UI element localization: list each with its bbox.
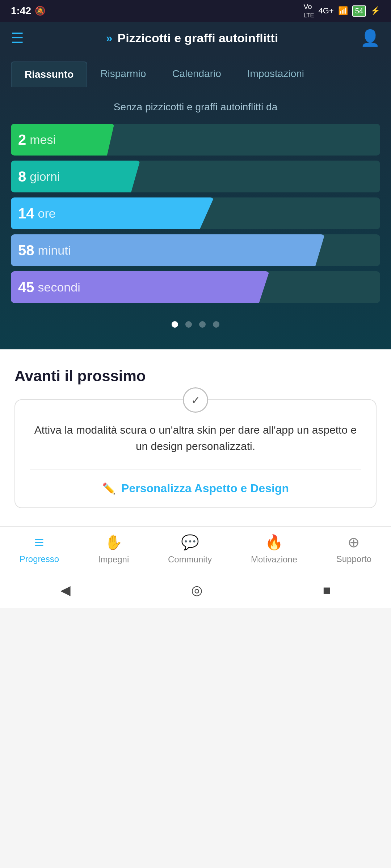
tab-riassunto[interactable]: Riassunto <box>11 61 87 87</box>
chevrons-icon: » <box>106 31 113 45</box>
home-button[interactable]: ◎ <box>191 583 202 598</box>
app-title-container: » Pizzicotti e graffi autoinflitti <box>106 31 278 45</box>
bar-label-minutes: minuti <box>38 243 71 258</box>
menu-icon[interactable]: ☰ <box>11 30 24 46</box>
motivazione-label: Motivazione <box>251 554 297 565</box>
timer-bar-months: 2 mesi <box>11 124 380 156</box>
bar-fill-days: 8 giorni <box>11 161 140 192</box>
network-indicator: VoLTE <box>303 3 314 19</box>
bar-fill-minutes: 58 minuti <box>11 234 325 266</box>
dot-3[interactable] <box>199 321 206 328</box>
bar-fill-hours: 14 ore <box>11 197 214 229</box>
community-label: Community <box>168 554 212 565</box>
tab-risparmio[interactable]: Risparmio <box>87 61 159 87</box>
bar-number-hours: 14 <box>18 205 34 222</box>
profile-icon[interactable]: 👤 <box>360 29 380 47</box>
action-button[interactable]: ✏️ Personalizza Aspetto e Design <box>30 469 361 507</box>
dot-1[interactable] <box>172 321 178 328</box>
bar-number-months: 2 <box>18 132 26 148</box>
app-title: Pizzicotti e graffi autoinflitti <box>117 31 278 45</box>
progresso-icon: ≡ <box>34 534 44 550</box>
bar-number-minutes: 58 <box>18 242 34 259</box>
action-button-label: Personalizza Aspetto e Design <box>121 482 289 495</box>
timer-bars-container: 2 mesi 8 giorni 14 ore 58 minuti <box>0 120 391 307</box>
section-title: Avanti il prossimo <box>14 367 377 385</box>
network-type: 4G+ <box>319 6 334 16</box>
time-display: 1:42 <box>11 5 31 17</box>
recent-button[interactable]: ■ <box>323 583 331 598</box>
check-icon: ✓ <box>191 394 200 407</box>
status-bar: 1:42 🔕 VoLTE 4G+ 📶 54 ⚡ <box>0 0 391 22</box>
charging-icon: ⚡ <box>370 6 380 16</box>
nav-item-impegni[interactable]: ✋ Impegni <box>91 534 136 565</box>
bar-number-seconds: 45 <box>18 279 34 295</box>
timer-subtitle: Senza pizzicotti e graffi autoinflitti d… <box>0 87 391 120</box>
next-step-card: ✓ Attiva la modalità scura o un'altra sk… <box>14 399 377 508</box>
dot-2[interactable] <box>185 321 192 328</box>
bar-label-hours: ore <box>38 207 56 221</box>
alarm-off-icon: 🔕 <box>35 6 46 16</box>
nav-item-progresso[interactable]: ≡ Progresso <box>12 534 66 565</box>
top-bar: ☰ » Pizzicotti e graffi autoinflitti 👤 <box>0 22 391 54</box>
battery-indicator: 54 <box>352 5 366 17</box>
white-section: Avanti il prossimo ✓ Attiva la modalità … <box>0 349 391 526</box>
motivazione-icon: 🔥 <box>265 534 283 551</box>
bottom-nav: ≡ Progresso ✋ Impegni 💬 Community 🔥 Moti… <box>0 526 391 572</box>
check-circle: ✓ <box>183 387 208 413</box>
progresso-label: Progresso <box>20 554 59 564</box>
signal-icon: 📶 <box>338 6 348 16</box>
page-dots <box>0 307 391 335</box>
tab-impostazioni[interactable]: Impostazioni <box>234 61 317 87</box>
dot-4[interactable] <box>213 321 219 328</box>
pencil-icon: ✏️ <box>102 482 115 495</box>
supporto-icon: ⊕ <box>348 534 360 550</box>
tab-calendario[interactable]: Calendario <box>159 61 234 87</box>
nav-item-motivazione[interactable]: 🔥 Motivazione <box>244 534 304 565</box>
main-dark-section: Riassunto Risparmio Calendario Impostazi… <box>0 54 391 349</box>
bar-label-days: giorni <box>30 170 60 184</box>
nav-item-supporto[interactable]: ⊕ Supporto <box>329 534 379 565</box>
card-description: Attiva la modalità scura o un'altra skin… <box>30 414 361 469</box>
impegni-label: Impegni <box>98 554 129 565</box>
impegni-icon: ✋ <box>105 534 123 551</box>
timer-bar-minutes: 58 minuti <box>11 234 380 266</box>
community-icon: 💬 <box>181 534 199 551</box>
timer-bar-seconds: 45 secondi <box>11 271 380 303</box>
bar-fill-seconds: 45 secondi <box>11 271 269 303</box>
system-nav-bar: ◀ ◎ ■ <box>0 572 391 608</box>
timer-bar-hours: 14 ore <box>11 197 380 229</box>
nav-item-community[interactable]: 💬 Community <box>161 534 219 565</box>
tab-bar: Riassunto Risparmio Calendario Impostazi… <box>0 54 391 87</box>
supporto-label: Supporto <box>336 554 371 564</box>
timer-bar-days: 8 giorni <box>11 161 380 192</box>
bar-label-seconds: secondi <box>38 280 80 294</box>
bar-number-days: 8 <box>18 169 26 185</box>
bar-label-months: mesi <box>30 133 56 147</box>
back-button[interactable]: ◀ <box>60 583 71 598</box>
bar-fill-months: 2 mesi <box>11 124 114 156</box>
